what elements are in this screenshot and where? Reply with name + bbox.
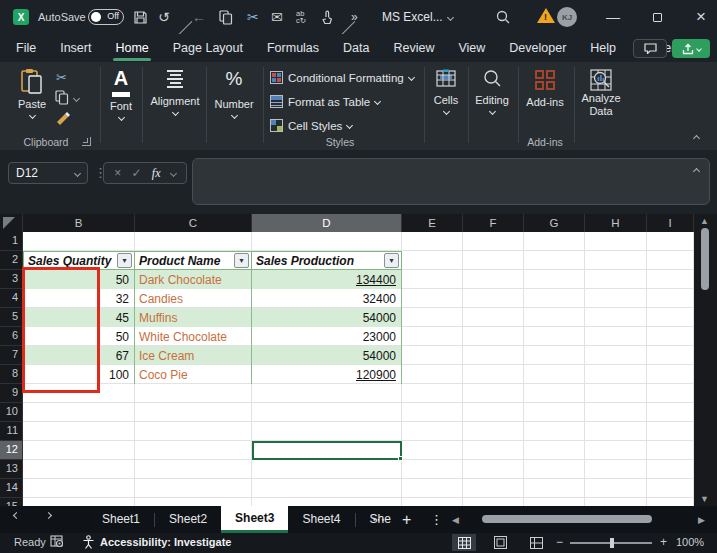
row-header-10[interactable]: 10 [0, 403, 23, 422]
product-name-cell[interactable]: Muffins [135, 308, 252, 327]
row-header-11[interactable]: 11 [0, 422, 23, 441]
row-header-12[interactable]: 12 [0, 441, 23, 460]
sheet-tab-sheet3[interactable]: Sheet3 [221, 506, 288, 533]
collapse-formula-bar-icon[interactable] [693, 168, 700, 175]
product-name-cell[interactable]: Coco Pie [135, 365, 252, 384]
close-button[interactable]: × [686, 0, 716, 34]
format-painter-button[interactable] [55, 112, 72, 132]
horizontal-scrollbar[interactable] [470, 515, 692, 524]
macro-record-icon[interactable] [50, 535, 64, 550]
row-header-8[interactable]: 8 [0, 365, 23, 384]
maximize-button[interactable] [642, 0, 672, 34]
window-title[interactable]: MS Excel... [382, 0, 443, 34]
tab-formulas[interactable]: Formulas [267, 41, 319, 55]
row-header-7[interactable]: 7 [0, 346, 23, 365]
zoom-percentage[interactable]: 100% [676, 536, 704, 548]
title-chevron-icon[interactable] [447, 14, 454, 21]
user-avatar[interactable]: KJ [557, 7, 577, 27]
zoom-slider[interactable] [570, 542, 652, 544]
minimize-button[interactable]: — [598, 0, 628, 34]
row-header-2[interactable]: 2 [0, 251, 23, 270]
cell-styles-button[interactable]: Cell Styles [270, 119, 352, 132]
production-cell[interactable]: 54000 [252, 346, 402, 365]
production-cell[interactable]: 32400 [252, 289, 402, 308]
accessibility-status[interactable]: Accessibility: Investigate [100, 536, 231, 548]
email-icon[interactable]: ✉ [271, 0, 283, 34]
page-break-view-button[interactable] [524, 534, 548, 551]
row-header-4[interactable]: 4 [0, 289, 23, 308]
row-header-14[interactable]: 14 [0, 479, 23, 498]
cut-icon[interactable]: ✂ [247, 0, 259, 34]
filter-dropdown-icon[interactable]: ▾ [117, 253, 132, 268]
column-header-I[interactable]: I [647, 214, 694, 232]
autosave-toggle[interactable]: Off [88, 9, 124, 25]
selected-cell-outline[interactable] [252, 441, 402, 460]
sheet-tab-sheet2[interactable]: Sheet2 [155, 506, 221, 533]
row-header-13[interactable]: 13 [0, 460, 23, 479]
format-as-table-button[interactable]: Format as Table [270, 95, 380, 108]
h-scroll-right-icon[interactable]: ▶ [698, 515, 705, 525]
row-header-5[interactable]: 5 [0, 308, 23, 327]
production-cell[interactable]: 54000 [252, 308, 402, 327]
cancel-entry-button[interactable]: × [114, 166, 121, 180]
collapse-ribbon-icon[interactable] [693, 135, 700, 142]
scroll-up-icon[interactable]: ▲ [700, 216, 709, 226]
number-group-button[interactable]: % Number [208, 69, 260, 118]
warning-icon[interactable]: ! [537, 8, 555, 23]
scroll-down-icon[interactable]: ▼ [700, 494, 709, 504]
cut-button[interactable]: ✂ [56, 70, 67, 85]
copy-chevron-icon[interactable] [73, 95, 80, 102]
row-header-3[interactable]: 3 [0, 270, 23, 289]
zoom-in-button[interactable]: + [660, 535, 667, 549]
copy-icon[interactable] [219, 0, 233, 34]
fill-handle[interactable] [398, 456, 403, 461]
filter-dropdown-icon[interactable]: ▾ [234, 253, 249, 268]
tab-page-layout[interactable]: Page Layout [173, 41, 243, 55]
production-cell[interactable]: 134400 [252, 270, 402, 289]
tab-data[interactable]: Data [343, 41, 369, 55]
tab-insert[interactable]: Insert [60, 41, 91, 55]
product-name-cell[interactable]: White Chocolate [135, 327, 252, 346]
product-name-cell[interactable]: Candies [135, 289, 252, 308]
horizontal-scroll-thumb[interactable] [482, 515, 652, 523]
column-header-G[interactable]: G [524, 214, 585, 232]
column-header-B[interactable]: B [23, 214, 135, 232]
tab-developer[interactable]: Developer [509, 41, 566, 55]
column-header-C[interactable]: C [135, 214, 252, 232]
column-header-H[interactable]: H [585, 214, 647, 232]
cells-group-button[interactable]: Cells [428, 69, 464, 114]
column-header-D[interactable]: D [252, 214, 402, 232]
comments-button[interactable] [633, 39, 667, 58]
alignment-group-button[interactable]: Alignment [146, 70, 204, 115]
product-name-cell[interactable]: Ice Cream [135, 346, 252, 365]
tab-review[interactable]: Review [393, 41, 434, 55]
tab-view[interactable]: View [458, 41, 485, 55]
tab-home[interactable]: Home [115, 41, 148, 55]
analyze-data-button[interactable]: Analyze Data [576, 69, 626, 117]
h-scroll-left-icon[interactable]: ◀ [452, 515, 459, 525]
row-header-6[interactable]: 6 [0, 327, 23, 346]
tab-file[interactable]: File [16, 41, 36, 55]
column-header-F[interactable]: F [463, 214, 524, 232]
share-button[interactable] [672, 39, 710, 58]
name-box[interactable]: D12 [8, 162, 88, 184]
select-all-corner[interactable] [0, 214, 23, 232]
page-layout-view-button[interactable] [488, 534, 512, 551]
font-group-button[interactable]: A Font [104, 68, 138, 120]
product-name-cell[interactable]: Dark Chocolate [135, 270, 252, 289]
clipboard-dialog-launcher[interactable] [82, 137, 91, 146]
row-header-1[interactable]: 1 [0, 232, 23, 251]
sheet-tab-sheet4[interactable]: Sheet4 [288, 506, 354, 533]
zoom-slider-thumb[interactable] [610, 538, 614, 548]
more-commands-icon[interactable]: » [351, 0, 358, 34]
editing-group-button[interactable]: Editing [470, 69, 514, 114]
paste-button[interactable]: Paste [18, 68, 46, 118]
tab-help[interactable]: Help [590, 41, 616, 55]
new-sheet-button[interactable]: + [402, 511, 411, 529]
tab-options-icon[interactable]: ⋮ [430, 512, 443, 527]
sheet-tab-sheet1[interactable]: Sheet1 [88, 506, 154, 533]
zoom-out-button[interactable]: − [556, 535, 563, 549]
production-cell[interactable]: 23000 [252, 327, 402, 346]
production-cell[interactable]: 120900 [252, 365, 402, 384]
column-header-E[interactable]: E [402, 214, 463, 232]
